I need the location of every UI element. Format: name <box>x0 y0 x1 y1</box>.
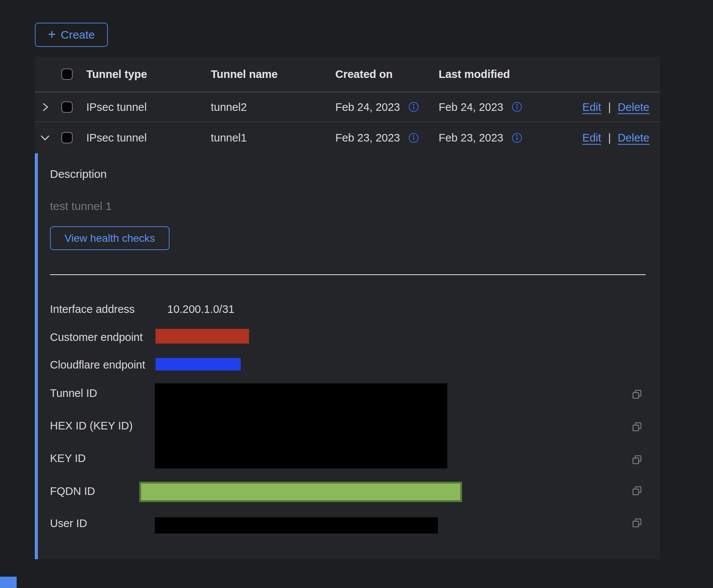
user-id-label: User ID <box>50 517 87 530</box>
info-icon[interactable] <box>512 132 522 143</box>
section-divider <box>50 274 646 275</box>
view-health-checks-button[interactable]: View health checks <box>50 226 170 250</box>
corner-accent-marker <box>0 577 17 588</box>
select-all-checkbox[interactable] <box>61 68 73 80</box>
header-tunnel-name: Tunnel name <box>211 68 278 81</box>
tunnel-detail-panel: Description test tunnel 1 View health ch… <box>35 153 660 559</box>
tunnel-type-cell: IPsec tunnel <box>86 132 147 144</box>
created-on-cell: Feb 24, 2023 <box>335 101 419 113</box>
copy-icon[interactable] <box>631 389 643 400</box>
tunnel-type-cell: IPsec tunnel <box>86 101 147 113</box>
table-header-row: Tunnel type Tunnel name Created on Last … <box>35 57 660 92</box>
last-modified-cell: Feb 23, 2023 <box>439 132 522 144</box>
edit-link[interactable]: Edit <box>582 132 601 144</box>
interface-address-label: Interface address <box>50 303 135 316</box>
copy-icon[interactable] <box>631 421 643 432</box>
action-separator: | <box>608 101 611 113</box>
table-row: IPsec tunnel tunnel1 Feb 23, 2023 Feb 23… <box>35 122 660 153</box>
last-modified-value: Feb 23, 2023 <box>439 132 503 144</box>
description-value: test tunnel 1 <box>50 200 112 213</box>
expand-row-button[interactable] <box>38 102 52 112</box>
last-modified-cell: Feb 24, 2023 <box>439 101 522 113</box>
create-button-label: Create <box>61 28 95 41</box>
collapse-row-button[interactable] <box>38 133 52 143</box>
fqdn-id-label: FQDN ID <box>50 485 95 498</box>
info-icon[interactable] <box>408 102 419 112</box>
copy-icon[interactable] <box>631 485 643 496</box>
header-last-modified: Last modified <box>439 68 510 81</box>
user-id-redaction <box>155 517 438 534</box>
description-label: Description <box>50 168 107 180</box>
create-button[interactable]: + Create <box>35 23 108 47</box>
tunnel-id-redaction <box>155 383 447 468</box>
created-on-value: Feb 23, 2023 <box>335 132 400 144</box>
info-icon[interactable] <box>408 132 419 143</box>
tunnel-name-cell: tunnel1 <box>211 132 247 144</box>
tunnels-table: Tunnel type Tunnel name Created on Last … <box>35 57 660 559</box>
last-modified-value: Feb 24, 2023 <box>439 101 503 113</box>
info-icon[interactable] <box>512 102 522 112</box>
fqdn-id-redaction <box>139 482 462 502</box>
table-row: IPsec tunnel tunnel2 Feb 24, 2023 Feb 24… <box>35 92 660 122</box>
action-separator: | <box>608 132 611 144</box>
copy-icon[interactable] <box>631 454 643 465</box>
chevron-right-icon <box>40 102 50 112</box>
tunnel-id-label: Tunnel ID <box>50 387 97 400</box>
edit-link[interactable]: Edit <box>582 101 601 113</box>
hex-id-label: HEX ID (KEY ID) <box>50 420 133 432</box>
chevron-down-icon <box>39 133 51 143</box>
customer-endpoint-redaction <box>156 329 249 344</box>
copy-icon[interactable] <box>631 517 643 529</box>
tunnel-name-cell: tunnel2 <box>211 101 247 113</box>
created-on-cell: Feb 23, 2023 <box>335 132 419 144</box>
delete-link[interactable]: Delete <box>618 132 649 144</box>
header-tunnel-type: Tunnel type <box>86 68 147 81</box>
key-id-label: KEY ID <box>50 452 86 465</box>
created-on-value: Feb 24, 2023 <box>335 101 400 113</box>
row-checkbox[interactable] <box>61 101 73 113</box>
header-created-on: Created on <box>335 68 392 81</box>
interface-address-value: 10.200.1.0/31 <box>167 303 234 316</box>
plus-icon: + <box>48 28 56 41</box>
delete-link[interactable]: Delete <box>618 101 649 113</box>
cloudflare-endpoint-redaction <box>156 358 241 370</box>
row-checkbox[interactable] <box>61 132 73 143</box>
customer-endpoint-label: Customer endpoint <box>50 331 143 344</box>
cloudflare-endpoint-label: Cloudflare endpoint <box>50 359 145 371</box>
